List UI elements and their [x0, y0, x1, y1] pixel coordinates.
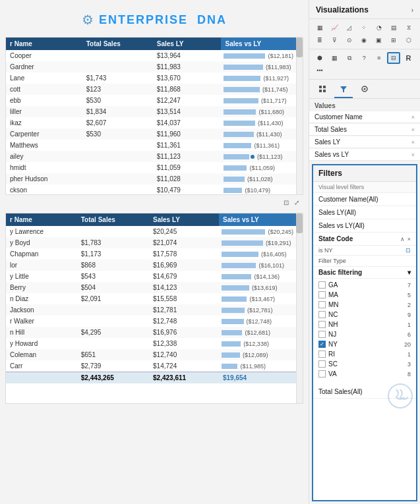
- line-chart-icon[interactable]: 📈: [328, 22, 341, 34]
- top-table-row-6: ikaz $2,607 $14,037 ($11,430): [6, 117, 296, 128]
- cell-sales-ly: $10,479: [153, 184, 222, 194]
- cell-name-b: Chapman: [6, 248, 77, 260]
- scrollbar-thumb-bottom[interactable]: [296, 213, 303, 233]
- cell-total-sales: $530: [82, 95, 153, 106]
- cell-name-b: Berry: [6, 282, 77, 293]
- checkbox-NC[interactable]: [318, 311, 326, 318]
- resize-icon[interactable]: ⊡: [284, 199, 289, 206]
- checkbox-NJ[interactable]: [318, 331, 326, 338]
- close-filter-icon[interactable]: ×: [407, 236, 411, 242]
- state-checkbox-row-SC: SC 3: [316, 359, 413, 369]
- state-checkbox-row-VA: VA 8: [316, 369, 413, 379]
- cell-sales-ly: $13,670: [153, 72, 222, 84]
- state-checkbox-row-MA: MA 5: [316, 290, 413, 300]
- cell-bar: ($11,361): [221, 140, 296, 151]
- checkbox-MN[interactable]: [318, 301, 326, 308]
- bottom-table-title-bar: ⊡ ⤢: [0, 198, 309, 208]
- more-icon[interactable]: •••: [313, 65, 326, 76]
- treemap-icon[interactable]: ▦: [328, 52, 341, 64]
- gauge-icon[interactable]: ◉: [357, 34, 371, 46]
- cell-name: cott: [6, 84, 82, 95]
- viz-chevron[interactable]: ›: [411, 7, 413, 14]
- bottom-table-row-10: y Howard $12,338 ($12,338): [6, 338, 296, 349]
- cell-total-sales: $2,607: [82, 117, 153, 128]
- state-count-NH: 1: [407, 322, 411, 328]
- area-chart-icon[interactable]: ◿: [343, 22, 356, 34]
- filter-item-0[interactable]: Customer Name(All): [313, 193, 416, 206]
- cell-sales-ly: $13,514: [153, 106, 222, 117]
- cell-bar-b: ($13,619): [219, 282, 296, 293]
- top-table-row-12: ckson $10,479 ($10,479): [6, 184, 296, 194]
- col-total-sales-b: Total Sales: [77, 213, 149, 226]
- stacked-bar-icon[interactable]: ▤: [387, 22, 400, 34]
- card-icon[interactable]: ▣: [373, 34, 386, 46]
- top-table-row-0: Cooper $13,964 ($12,181): [6, 50, 296, 61]
- cell-bar-b: ($12,681): [219, 327, 296, 338]
- cell-total-sales-b: [77, 316, 149, 327]
- cell-total-sales: [82, 50, 153, 61]
- donut-icon[interactable]: ⊙: [343, 34, 356, 46]
- logo-area: ⚙ ENTERPRISE DNA: [0, 5, 309, 34]
- cell-bar-b: ($12,748): [219, 316, 296, 327]
- qna-icon[interactable]: ?: [357, 52, 371, 64]
- state-code-label-RI: RI: [328, 350, 335, 358]
- cell-bar: ($11,123): [221, 151, 296, 162]
- chevron-up-icon[interactable]: ∧: [400, 236, 405, 242]
- checkbox-NY[interactable]: ✓: [318, 341, 326, 348]
- filter-item-2[interactable]: Sales vs LY(All): [313, 219, 416, 233]
- clear-filter-icon[interactable]: ⊡: [405, 247, 411, 254]
- dropdown-arrow-icon[interactable]: ▾: [407, 269, 411, 276]
- waterfall-icon[interactable]: ≣: [313, 34, 326, 46]
- scrollbar-bottom[interactable]: [296, 213, 303, 403]
- cell-total-sales-b: $504: [77, 282, 149, 293]
- cell-name-b: lor: [6, 260, 77, 271]
- filter-item-1[interactable]: Sales LY(All): [313, 206, 416, 219]
- filled-map-icon[interactable]: ⬢: [313, 52, 326, 64]
- values-fields: Customer Name×Total Sales×Sales LY×Sales…: [309, 111, 420, 161]
- matrix-icon[interactable]: ⊞: [387, 34, 400, 46]
- scatter-icon[interactable]: ⁘: [357, 22, 371, 34]
- checkbox-GA[interactable]: [318, 281, 326, 289]
- viz-title: Visualizations: [316, 5, 369, 14]
- table-icon active[interactable]: ⊟: [387, 52, 400, 64]
- tab-format[interactable]: [355, 82, 374, 98]
- tab-filter[interactable]: [334, 82, 353, 98]
- cell-sales-ly: $11,361: [153, 140, 222, 151]
- pie-chart-icon[interactable]: ◔: [373, 22, 386, 34]
- checkbox-RI[interactable]: [318, 350, 326, 358]
- checkbox-VA[interactable]: [318, 370, 326, 378]
- funnel-icon[interactable]: ⊽: [328, 34, 341, 46]
- checkbox-SC[interactable]: [318, 360, 326, 368]
- cell-total-sales: $530: [82, 128, 153, 140]
- cell-name: ckson: [6, 184, 82, 194]
- r-icon[interactable]: R: [402, 52, 415, 64]
- col-sales-vs-ly-b: Sales vs LY: [219, 213, 296, 226]
- tab-fields[interactable]: [313, 82, 332, 98]
- bar-chart-icon[interactable]: ▦: [313, 22, 326, 34]
- col-sales-vs-ly: Sales vs LY: [221, 38, 296, 50]
- map-icon[interactable]: ⬡: [402, 34, 415, 46]
- col-sales-ly-b: Sales LY: [149, 213, 219, 226]
- expand-icon[interactable]: ⤢: [294, 199, 299, 206]
- state-checkbox-row-NH: NH 1: [316, 320, 413, 329]
- checkbox-NH[interactable]: [318, 321, 326, 328]
- cell-name: Lane: [6, 72, 82, 84]
- values-label: Values: [309, 99, 420, 111]
- checkbox-MA[interactable]: [318, 291, 326, 298]
- filter-type-select[interactable]: Basic filtering ▾: [313, 267, 416, 279]
- state-code-label-MN: MN: [328, 301, 339, 308]
- col-sales-ly: Sales LY: [153, 38, 222, 50]
- slicer-icon[interactable]: ≡: [373, 52, 386, 64]
- cell-sales-ly-b: $16,969: [149, 260, 219, 271]
- decomp-icon[interactable]: ⧉: [343, 52, 356, 64]
- combo-icon[interactable]: ⧖: [402, 22, 415, 34]
- scrollbar[interactable]: [296, 38, 303, 194]
- svg-rect-3: [323, 90, 326, 92]
- bottom-table-row-0: y Lawrence $20,245 ($20,245): [6, 226, 296, 237]
- bottom-table-row-9: n Hill $4,295 $16,976 ($12,681): [6, 327, 296, 338]
- top-table-row-7: Carpenter $530 $11,960 ($11,430): [6, 128, 296, 140]
- visual-level-label: Visual level filters: [313, 182, 416, 193]
- state-count-SC: 3: [407, 361, 411, 368]
- bottom-table-row-6: n Diaz $2,091 $15,558 ($13,467): [6, 293, 296, 304]
- scrollbar-thumb[interactable]: [296, 38, 303, 57]
